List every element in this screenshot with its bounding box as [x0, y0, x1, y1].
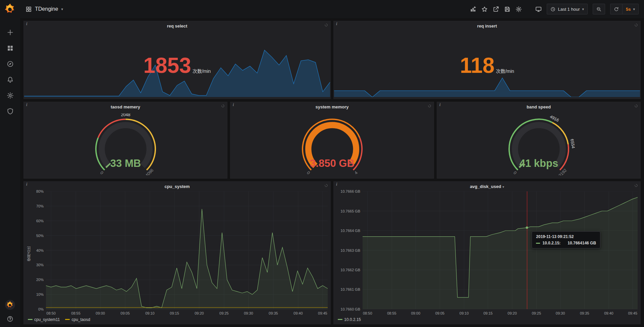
grafana-logo-icon[interactable] [4, 3, 16, 15]
svg-text:0: 0 [99, 170, 104, 175]
add-panel-icon[interactable] [470, 6, 476, 12]
x-tick-label: 09:30 [244, 311, 253, 315]
x-tick-label: 09:25 [219, 311, 229, 315]
panel-menu-caret-icon[interactable]: ▾ [502, 185, 504, 189]
panel-title[interactable]: band speed [437, 102, 640, 110]
sidebar-item-admin[interactable] [7, 108, 14, 115]
zoom-out-button[interactable] [593, 4, 605, 14]
sparkline-chart [24, 49, 330, 97]
panel-title[interactable]: cpu_system [26, 182, 328, 190]
legend-item[interactable]: cpu_taosd [65, 317, 90, 322]
gauge-wrap: 049166554819241 kbps [437, 110, 640, 178]
x-tick-label: 09:00 [96, 311, 105, 315]
sparkline-chart [334, 49, 640, 97]
x-tick-label: 09:30 [556, 311, 565, 315]
user-avatar[interactable] [5, 300, 15, 310]
legend-item[interactable]: cpu_system11 [28, 317, 60, 322]
settings-gear-icon[interactable] [516, 6, 522, 12]
x-tick-label: 08:50 [363, 311, 372, 315]
x-tick-label: 09:25 [532, 311, 541, 315]
crosshair-dot [526, 227, 528, 229]
plot-area[interactable] [46, 191, 328, 309]
y-tick-label: 10.7664 GB [340, 229, 360, 233]
legend-label: cpu_taosd [71, 317, 90, 322]
panel-info-icon[interactable]: i [26, 182, 27, 187]
save-icon[interactable] [504, 6, 511, 12]
sidebar-item-explore[interactable] [7, 60, 14, 67]
panel-taosd-memory: i taosd memery 02048409633 MB [23, 102, 227, 179]
refresh-button[interactable] [610, 4, 623, 14]
panel-spinner-icon[interactable] [634, 23, 638, 27]
y-tick-label: 10% [36, 292, 44, 296]
sidebar-item-configuration[interactable] [7, 92, 14, 99]
y-tick-label: 50% [36, 234, 44, 238]
panel-title[interactable]: system memory [230, 102, 434, 110]
x-tick-label: 09:05 [435, 311, 445, 315]
x-tick-label: 09:20 [507, 311, 517, 315]
gauge-wrap: 043.850 GB [230, 110, 434, 178]
panel-info-icon[interactable]: i [439, 102, 440, 107]
panel-info-icon[interactable]: i [26, 21, 27, 27]
panel-cpu-system: i cpu_system 使用占比 80%70%60%50%40%30%20%1… [23, 181, 331, 324]
sidebar-item-create[interactable] [7, 29, 14, 36]
tv-cycle-icon[interactable] [535, 6, 542, 12]
legend-item[interactable]: 10.0.2.15 [338, 317, 361, 322]
sidebar-item-dashboards[interactable] [7, 45, 14, 52]
y-tick-label: 70% [36, 204, 44, 208]
panel-info-icon[interactable]: i [336, 182, 337, 187]
refresh-interval-label: 5s [626, 7, 631, 12]
navbar-left: TDengine ▾ [25, 6, 63, 12]
panel-spinner-icon[interactable] [428, 104, 431, 108]
panel-title[interactable]: req insert [334, 21, 640, 30]
panel-band-speed: i band speed 049166554819241 kbps [437, 102, 641, 179]
svg-text:8192: 8192 [557, 168, 568, 175]
panel-title[interactable]: taosd memery [24, 102, 227, 110]
panel-title[interactable]: avg_disk_used▾ [336, 182, 638, 190]
x-axis: 08:5008:5509:0009:0509:1009:1509:2009:25… [363, 309, 638, 317]
dashboard-row-1: i req select 1853 次数/min i req insert 11… [23, 21, 641, 99]
svg-text:4096: 4096 [144, 168, 154, 175]
y-tick-label: 40% [36, 248, 44, 252]
panel-title[interactable]: req select [24, 21, 330, 30]
svg-text:0: 0 [306, 170, 311, 175]
share-icon[interactable] [493, 6, 499, 12]
x-tick-label: 09:45 [628, 311, 637, 315]
refresh-interval-button[interactable]: 5s ▾ [623, 4, 639, 14]
star-icon[interactable] [481, 6, 488, 12]
time-picker-button[interactable]: Last 1 hour ▾ [547, 4, 588, 14]
dashboard-squares-icon[interactable] [25, 6, 32, 12]
svg-text:33 MB: 33 MB [110, 157, 141, 169]
panel-system-memory: i system memory 043.850 GB [230, 102, 434, 179]
dashboard-title[interactable]: TDengine [35, 6, 58, 12]
x-tick-label: 09:45 [318, 311, 327, 315]
panel-spinner-icon[interactable] [324, 23, 328, 27]
title-chevron-down-icon[interactable]: ▾ [61, 7, 63, 11]
panel-avg-disk-used: i avg_disk_used▾ 10.7666 GB10.7665 GB10.… [333, 181, 641, 324]
svg-text:0: 0 [512, 170, 517, 175]
y-tick-label: 80% [36, 189, 44, 193]
x-tick-label: 09:15 [170, 311, 179, 315]
panel-spinner-icon[interactable] [324, 184, 328, 187]
panel-spinner-icon[interactable] [221, 104, 225, 108]
sidebar-item-help[interactable] [7, 316, 13, 322]
interval-chevron-icon: ▾ [633, 7, 635, 11]
y-tick-label: 10.7666 GB [340, 189, 360, 193]
panel-spinner-icon[interactable] [634, 104, 638, 108]
y-axis: 10.7666 GB10.7665 GB10.7664 GB10.7663 GB… [336, 191, 363, 309]
y-tick-label: 10.7665 GB [340, 209, 360, 213]
panel-info-icon[interactable]: i [336, 21, 337, 27]
x-tick-label: 09:35 [269, 311, 278, 315]
panel-spinner-icon[interactable] [634, 184, 638, 187]
panel-req-insert: i req insert 118 次数/min [333, 21, 641, 99]
panel-info-icon[interactable]: i [233, 102, 234, 107]
x-tick-label: 09:20 [195, 311, 204, 315]
y-tick-label: 10.7661 GB [340, 287, 360, 291]
sidebar-item-alerting[interactable] [7, 76, 14, 83]
panel-info-icon[interactable]: i [26, 102, 27, 107]
y-tick-label: 60% [36, 219, 44, 223]
legend-label: 10.0.2.15 [344, 317, 361, 322]
plot-area[interactable]: 2019-11-13 09:21:5210.0.2.15:10.7664146 … [363, 191, 638, 309]
x-tick-label: 08:55 [71, 311, 80, 315]
svg-text:3.850 GB: 3.850 GB [310, 157, 355, 169]
svg-text:6554: 6554 [569, 139, 575, 149]
